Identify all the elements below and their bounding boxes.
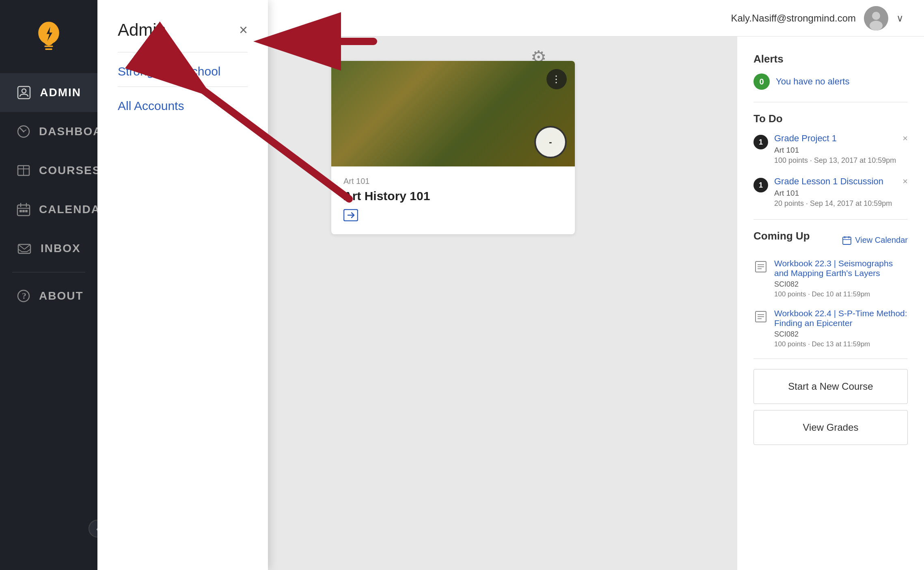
course-card: ⋮ - Art 101 Art History 101 <box>331 61 575 234</box>
svg-rect-14 <box>19 210 22 212</box>
coming-item-0: Workbook 22.3 | Seismographs and Mapping… <box>753 259 908 298</box>
alerts-row: 0 You have no alerts <box>753 73 908 90</box>
dashboard-icon <box>16 123 31 140</box>
course-card-info: Art 101 Art History 101 <box>331 166 575 234</box>
coming-meta-0: 100 points · Dec 10 at 11:59pm <box>774 290 908 298</box>
progress-label: - <box>549 137 552 147</box>
sidebar-item-calendar[interactable]: CALENDAR <box>0 190 97 229</box>
svg-point-6 <box>23 131 24 132</box>
alerts-divider <box>753 102 908 102</box>
calendar-icon <box>16 201 31 218</box>
coming-up-header: Coming Up View Calendar <box>753 230 908 250</box>
svg-point-28 <box>870 21 883 30</box>
sidebar-item-dashboard[interactable]: DASHBOARD <box>0 112 97 151</box>
admin-panel: Admin × StrongMind School All Accounts <box>97 0 268 570</box>
topbar-chevron-icon[interactable]: ∨ <box>896 13 904 24</box>
todo-meta-0: 100 points · Sep 13, 2017 at 10:59pm <box>774 156 896 165</box>
svg-point-4 <box>22 89 26 93</box>
todo-course-1: Art 101 <box>774 189 896 198</box>
todo-title: To Do <box>753 112 908 125</box>
coming-content-0: Workbook 22.3 | Seismographs and Mapping… <box>774 259 908 298</box>
coming-content-1: Workbook 22.4 | S-P-Time Method: Finding… <box>774 309 908 348</box>
nav-divider <box>12 272 85 272</box>
sidebar: ADMIN DASHBOARD COURSES <box>0 0 97 570</box>
course-card-nav-icon[interactable] <box>343 211 358 224</box>
todo-title-0[interactable]: Grade Project 1 <box>774 133 896 144</box>
course-card-progress: - <box>534 126 567 158</box>
admin-panel-close-button[interactable]: × <box>239 23 248 37</box>
sidebar-item-inbox[interactable]: INBOX <box>0 229 97 268</box>
menu-dots: ⋮ <box>551 73 562 85</box>
todo-item-0: 1 Grade Project 1 Art 101 100 points · S… <box>753 133 908 165</box>
courses-label: COURSES <box>39 164 101 177</box>
admin-label: ADMIN <box>40 86 81 99</box>
admin-icon <box>16 84 32 101</box>
start-new-course-button[interactable]: Start a New Course <box>753 369 908 404</box>
sidebar-nav: ADMIN DASHBOARD COURSES <box>0 73 97 315</box>
svg-text:?: ? <box>22 291 27 301</box>
inbox-label: INBOX <box>41 242 81 255</box>
svg-line-19 <box>24 244 30 249</box>
topbar-user-email: Kaly.Nasiff@strongmind.com <box>731 13 856 24</box>
view-calendar-link[interactable]: View Calendar <box>842 235 908 245</box>
courses-icon <box>16 162 31 179</box>
logo <box>24 12 73 61</box>
admin-panel-divider <box>118 52 248 52</box>
admin-panel-header: Admin × <box>118 20 248 40</box>
course-card-subtitle: Art 101 <box>343 177 563 186</box>
todo-close-0[interactable]: × <box>902 133 908 144</box>
topbar-avatar <box>864 6 888 30</box>
workbook-icon-0 <box>753 259 768 274</box>
course-card-menu-button[interactable]: ⋮ <box>546 69 567 89</box>
svg-point-27 <box>872 12 880 20</box>
todo-close-1[interactable]: × <box>902 176 908 187</box>
right-sidebar: Alerts 0 You have no alerts To Do 1 Grad… <box>737 37 924 570</box>
coming-title-1[interactable]: Workbook 22.4 | S-P-Time Method: Finding… <box>774 309 908 328</box>
calendar-small-icon <box>842 235 852 245</box>
todo-title-1[interactable]: Grade Lesson 1 Discussion <box>774 176 896 187</box>
about-icon: ? <box>16 288 31 304</box>
strongmind-school-link[interactable]: StrongMind School <box>118 65 248 87</box>
coming-up-divider <box>753 358 908 359</box>
inbox-icon <box>16 240 32 257</box>
sidebar-item-courses[interactable]: COURSES <box>0 151 97 190</box>
sidebar-item-admin[interactable]: ADMIN <box>0 73 97 112</box>
todo-course-0: Art 101 <box>774 146 896 155</box>
todo-item-1: 1 Grade Lesson 1 Discussion Art 101 20 p… <box>753 176 908 208</box>
coming-up-title: Coming Up <box>753 230 810 242</box>
svg-line-18 <box>18 244 24 249</box>
course-card-title: Art History 101 <box>343 189 563 203</box>
admin-panel-title: Admin <box>118 20 166 40</box>
todo-content-1: Grade Lesson 1 Discussion Art 101 20 poi… <box>774 176 896 208</box>
svg-rect-16 <box>25 210 28 212</box>
todo-content-0: Grade Project 1 Art 101 100 points · Sep… <box>774 133 896 165</box>
coming-course-0: SCI082 <box>774 280 908 289</box>
todo-meta-1: 20 points · Sep 14, 2017 at 10:59pm <box>774 199 896 208</box>
todo-badge-1: 1 <box>753 178 768 192</box>
svg-rect-15 <box>22 210 25 212</box>
alert-count-badge: 0 <box>753 73 770 90</box>
view-calendar-label: View Calendar <box>855 235 908 245</box>
sidebar-item-about[interactable]: ? ABOUT <box>0 276 97 315</box>
about-label: ABOUT <box>39 289 84 302</box>
svg-rect-31 <box>843 237 851 244</box>
alert-message: You have no alerts <box>776 76 849 87</box>
all-accounts-link[interactable]: All Accounts <box>118 99 248 121</box>
view-grades-button[interactable]: View Grades <box>753 410 908 445</box>
coming-meta-1: 100 points · Dec 13 at 11:59pm <box>774 340 908 348</box>
alerts-title: Alerts <box>753 53 908 65</box>
course-card-image: ⋮ - <box>331 61 575 166</box>
coming-title-0[interactable]: Workbook 22.3 | Seismographs and Mapping… <box>774 259 908 278</box>
todo-badge-0: 1 <box>753 135 768 149</box>
todo-divider <box>753 219 908 220</box>
workbook-icon-1 <box>753 309 768 324</box>
coming-course-1: SCI082 <box>774 330 908 339</box>
coming-item-1: Workbook 22.4 | S-P-Time Method: Finding… <box>753 309 908 348</box>
